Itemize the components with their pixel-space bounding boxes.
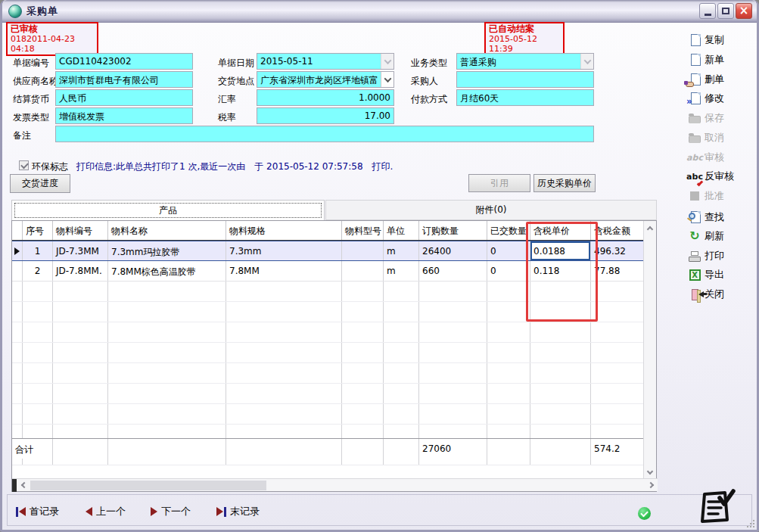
scroll-down-icon[interactable] xyxy=(644,466,656,478)
col-header[interactable]: 单位 xyxy=(384,221,419,240)
search-icon xyxy=(688,211,701,224)
button-label: 刷新 xyxy=(705,229,724,243)
col-header[interactable]: 物料型号 xyxy=(342,221,384,240)
previous-record-button[interactable]: 上一个 xyxy=(86,502,126,521)
scroll-up-icon[interactable] xyxy=(644,222,656,234)
currency-label: 结算货币 xyxy=(13,93,49,106)
close-form-button[interactable]: 关闭 xyxy=(688,286,757,303)
tax-rate-field[interactable]: 17.00 xyxy=(257,107,394,124)
save-button[interactable]: 保存 xyxy=(688,110,757,126)
chevron-down-icon[interactable] xyxy=(381,54,393,69)
doc-date-value: 2015-05-11 xyxy=(260,56,313,67)
currency-field[interactable]: 人民币 xyxy=(55,89,193,106)
vertical-scrollbar[interactable] xyxy=(643,221,656,479)
cell-name[interactable]: 7.8MM棕色高温胶带 xyxy=(108,261,226,281)
table-row-empty xyxy=(12,404,644,425)
close-button[interactable]: × xyxy=(736,3,752,19)
first-record-icon xyxy=(16,507,26,517)
copy-button[interactable]: 复制 xyxy=(688,32,757,48)
last-record-button[interactable]: 末记录 xyxy=(216,502,260,521)
title-bar[interactable]: 采购单 × xyxy=(2,0,757,23)
cell-code[interactable]: JD-7.8MM. xyxy=(53,261,108,281)
nav-label: 首记录 xyxy=(30,505,59,518)
audit-abc-icon: abc xyxy=(688,151,701,164)
find-button[interactable]: 查找 xyxy=(688,209,757,226)
cell-delivered[interactable]: 0 xyxy=(487,241,530,260)
col-header[interactable]: 序号 xyxy=(23,221,53,240)
cell-amount[interactable]: 496.32 xyxy=(591,241,644,260)
minimize-button[interactable] xyxy=(699,3,716,19)
status-autoclosed-label: 已自动结案 xyxy=(489,24,560,34)
col-header[interactable]: 含税单价 xyxy=(530,221,591,240)
cell-unit[interactable]: m xyxy=(384,241,419,260)
print-button[interactable]: 打印 xyxy=(688,247,757,264)
resize-grip[interactable] xyxy=(753,526,754,527)
reference-button[interactable]: 引用 xyxy=(468,174,530,192)
table-row-empty xyxy=(12,302,644,322)
cell-unit[interactable]: m xyxy=(384,261,419,281)
cell-delivered[interactable]: 0 xyxy=(487,261,530,281)
history-price-button[interactable]: 历史采购单价 xyxy=(533,174,596,192)
unaudit-button[interactable]: abc反审核 xyxy=(688,168,757,185)
col-header[interactable]: 物料规格 xyxy=(226,221,342,240)
col-header[interactable]: 物料编号 xyxy=(53,221,108,240)
col-header[interactable]: 已交数量 xyxy=(487,221,530,240)
supplier-field[interactable]: 深圳市哲群电子有限公司 xyxy=(55,71,193,88)
cell-model[interactable] xyxy=(342,261,384,281)
cell-spec[interactable]: 7.3mm xyxy=(226,241,342,260)
scroll-right-icon[interactable] xyxy=(645,479,658,491)
first-record-button[interactable]: 首记录 xyxy=(16,502,59,521)
eco-checkbox[interactable] xyxy=(19,160,29,170)
delete-button[interactable]: 删单 xyxy=(688,71,757,88)
next-record-button[interactable]: 下一个 xyxy=(151,502,191,521)
refresh-button[interactable]: ↻刷新 xyxy=(688,228,757,244)
remark-field[interactable] xyxy=(55,126,594,142)
chevron-down-icon[interactable] xyxy=(381,72,393,87)
cell-code[interactable]: JD-7.3MM xyxy=(53,241,108,260)
table-row[interactable]: 1 JD-7.3MM 7.3mm玛拉胶带 7.3mm m 26400 0 0.0… xyxy=(12,241,644,261)
export-button[interactable]: X导出 xyxy=(688,266,757,283)
approve-button[interactable]: 批准 xyxy=(688,188,757,204)
delivery-place-combo[interactable]: 广东省深圳市龙岗区坪地镇富 xyxy=(257,71,394,88)
horizontal-scrollbar[interactable] xyxy=(12,478,658,491)
previous-record-icon xyxy=(86,507,92,516)
cell-qty[interactable]: 660 xyxy=(419,261,487,281)
cell-unit-price[interactable]: 0.0188 xyxy=(530,241,591,260)
cell-unit-price[interactable]: 0.118 xyxy=(530,261,591,281)
col-header[interactable]: 订购数量 xyxy=(419,221,487,240)
invoice-type-field[interactable]: 增值税发票 xyxy=(55,107,193,124)
scrollbar-thumb[interactable] xyxy=(30,481,266,490)
doc-date-label: 单据日期 xyxy=(218,57,254,70)
doc-date-combo[interactable]: 2015-05-11 xyxy=(257,53,394,70)
table-row[interactable]: 2 JD-7.8MM. 7.8MM棕色高温胶带 7.8MM m 660 0 0.… xyxy=(12,261,644,282)
delivery-progress-button[interactable]: 交货进度 xyxy=(10,174,70,193)
tab-product[interactable]: 产品 xyxy=(11,200,325,220)
button-label: 批准 xyxy=(705,189,724,203)
cell-qty[interactable]: 26400 xyxy=(419,241,487,260)
buyer-field[interactable] xyxy=(456,71,594,88)
button-label: 反审核 xyxy=(705,170,734,183)
status-audited-box: 已审核 0182011-04-23 04:18 xyxy=(6,22,98,56)
modify-button[interactable]: »修改 xyxy=(688,90,757,107)
doc-no-field[interactable]: CGD110423002 xyxy=(55,53,193,70)
chevron-down-icon[interactable] xyxy=(580,54,593,69)
cell-seq[interactable]: 2 xyxy=(23,261,53,281)
cell-spec[interactable]: 7.8MM xyxy=(226,261,342,281)
button-label: 修改 xyxy=(705,92,724,105)
cancel-button[interactable]: 取消 xyxy=(688,129,757,146)
audit-button[interactable]: abc审核 xyxy=(688,149,757,166)
payment-field[interactable]: 月结60天 xyxy=(456,89,594,106)
new-button[interactable]: 新单 xyxy=(688,51,757,68)
scroll-left-icon[interactable] xyxy=(17,479,29,491)
cell-seq[interactable]: 1 xyxy=(23,241,53,260)
exchange-rate-field[interactable]: 1.0000 xyxy=(257,89,394,106)
cell-name[interactable]: 7.3mm玛拉胶带 xyxy=(108,241,226,260)
invoice-type-label: 发票类型 xyxy=(13,111,49,124)
col-header[interactable]: 含税金额 xyxy=(591,221,644,240)
col-header[interactable]: 物料名称 xyxy=(108,221,226,240)
cell-model[interactable] xyxy=(342,241,384,260)
tab-attachment[interactable]: 附件(0) xyxy=(325,200,657,220)
maximize-button[interactable] xyxy=(717,3,734,19)
cell-amount[interactable]: 77.88 xyxy=(591,261,644,281)
biz-type-combo[interactable]: 普通采购 xyxy=(456,53,594,70)
